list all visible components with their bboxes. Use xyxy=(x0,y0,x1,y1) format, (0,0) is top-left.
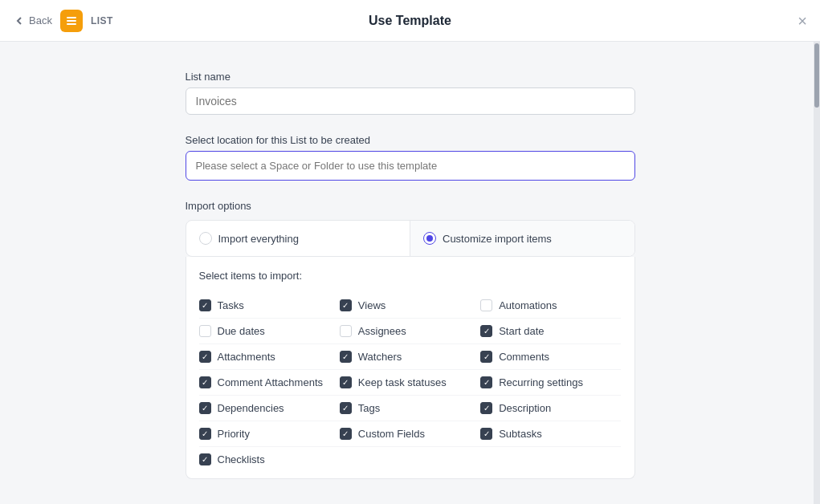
item-cell: Comment Attachments xyxy=(199,370,340,396)
items-grid: TasksViewsAutomationsDue datesAssigneesS… xyxy=(199,293,622,472)
import-options-section: Import options Import everything Customi… xyxy=(186,200,635,479)
checkbox-comments[interactable] xyxy=(480,351,492,363)
customize-import-label: Customize import items xyxy=(443,233,552,245)
item-label: Subtasks xyxy=(499,428,541,440)
checkbox-automations[interactable] xyxy=(480,299,492,311)
svg-rect-2 xyxy=(67,23,76,25)
item-label: Automations xyxy=(499,299,557,311)
item-cell xyxy=(480,447,621,472)
checkbox-attachments[interactable] xyxy=(199,351,211,363)
content-area: List name Select location for this List … xyxy=(0,42,820,504)
list-name-section: List name xyxy=(186,71,635,115)
scrollbar[interactable] xyxy=(814,42,820,504)
checkbox-tags[interactable] xyxy=(340,402,352,414)
checkbox-assignees[interactable] xyxy=(340,325,352,337)
item-label: Start date xyxy=(499,325,544,337)
checkbox-priority[interactable] xyxy=(199,428,211,440)
back-button[interactable]: Back xyxy=(13,14,52,27)
item-label: Comment Attachments xyxy=(218,376,324,388)
checkbox-views[interactable] xyxy=(340,299,352,311)
checkbox-custom-fields[interactable] xyxy=(340,428,352,440)
select-items-label: Select items to import: xyxy=(199,270,622,282)
item-cell: Description xyxy=(480,396,621,421)
checkbox-tasks[interactable] xyxy=(199,299,211,311)
back-label: Back xyxy=(29,14,52,26)
page-title: Use Template xyxy=(369,14,451,28)
checkbox-subtasks[interactable] xyxy=(480,428,492,440)
svg-rect-1 xyxy=(67,20,76,22)
item-cell xyxy=(340,447,480,472)
form-wrapper: List name Select location for this List … xyxy=(186,71,635,479)
checkbox-checklists[interactable] xyxy=(199,453,211,465)
item-cell: Attachments xyxy=(199,344,340,370)
top-bar-left: Back LIST xyxy=(13,10,113,32)
item-cell: Views xyxy=(340,293,480,319)
item-label: Description xyxy=(499,402,551,414)
item-cell: Watchers xyxy=(340,344,480,370)
list-name-input[interactable] xyxy=(186,87,635,115)
item-label: Priority xyxy=(218,428,250,440)
customize-import-radio[interactable] xyxy=(423,232,436,245)
import-everything-option[interactable]: Import everything xyxy=(186,221,411,256)
item-label: Watchers xyxy=(358,351,402,363)
item-cell: Automations xyxy=(480,293,621,319)
location-label: Select location for this List to be crea… xyxy=(186,134,635,146)
item-label: Comments xyxy=(499,351,549,363)
item-label: Recurring settings xyxy=(499,376,583,388)
item-cell: Subtasks xyxy=(480,421,621,447)
import-everything-label: Import everything xyxy=(218,233,299,245)
items-box: Select items to import: TasksViewsAutoma… xyxy=(186,257,635,479)
item-cell: Priority xyxy=(199,421,340,447)
list-label: LIST xyxy=(91,15,113,26)
import-options-label: Import options xyxy=(186,200,635,212)
item-cell: Assignees xyxy=(340,319,480,344)
checkbox-dependencies[interactable] xyxy=(199,402,211,414)
item-label: Due dates xyxy=(218,325,265,337)
top-bar: Back LIST Use Template × xyxy=(0,0,820,42)
item-label: Tags xyxy=(358,402,380,414)
item-cell: Custom Fields xyxy=(340,421,480,447)
scrollbar-thumb xyxy=(814,43,819,108)
checkbox-start-date[interactable] xyxy=(480,325,492,337)
checkbox-due-dates[interactable] xyxy=(199,325,211,337)
customize-import-option[interactable]: Customize import items xyxy=(410,221,634,256)
item-cell: Tasks xyxy=(199,293,340,319)
item-cell: Comments xyxy=(480,344,621,370)
item-label: Views xyxy=(358,299,386,311)
checkbox-keep-task-statuses[interactable] xyxy=(340,376,352,388)
checkbox-recurring-settings[interactable] xyxy=(480,376,492,388)
item-label: Checklists xyxy=(218,453,265,465)
location-input[interactable] xyxy=(186,151,635,181)
close-button[interactable]: × xyxy=(798,13,807,29)
svg-rect-0 xyxy=(67,17,76,18)
item-label: Assignees xyxy=(358,325,406,337)
list-badge xyxy=(60,10,83,32)
item-label: Attachments xyxy=(218,351,275,363)
item-label: Keep task statuses xyxy=(358,376,447,388)
checkbox-comment-attachments[interactable] xyxy=(199,376,211,388)
item-cell: Recurring settings xyxy=(480,370,621,396)
list-name-label: List name xyxy=(186,71,635,83)
import-everything-radio[interactable] xyxy=(199,232,212,245)
item-cell: Tags xyxy=(340,396,480,421)
checkbox-description[interactable] xyxy=(480,402,492,414)
location-section: Select location for this List to be crea… xyxy=(186,134,635,181)
item-label: Dependencies xyxy=(218,402,284,414)
item-label: Custom Fields xyxy=(358,428,425,440)
item-cell: Due dates xyxy=(199,319,340,344)
checkbox-watchers[interactable] xyxy=(340,351,352,363)
item-cell: Checklists xyxy=(199,447,340,472)
item-cell: Start date xyxy=(480,319,621,344)
import-radio-group: Import everything Customize import items xyxy=(186,220,635,257)
item-label: Tasks xyxy=(218,299,244,311)
item-cell: Dependencies xyxy=(199,396,340,421)
item-cell: Keep task statuses xyxy=(340,370,480,396)
